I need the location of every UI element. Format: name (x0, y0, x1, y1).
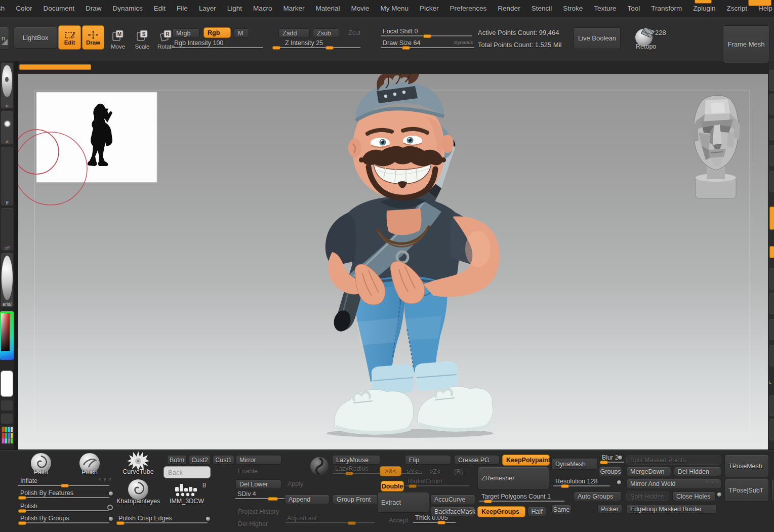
dynamesh-button[interactable]: DynaMesh (551, 458, 598, 470)
imm-brush-button[interactable] (175, 482, 200, 500)
radialcount-slider[interactable]: RadialCount (405, 478, 469, 488)
right-tray-button[interactable] (769, 395, 774, 416)
rgb-button[interactable]: Rgb (203, 27, 231, 38)
menu-item-file[interactable]: File (171, 0, 193, 17)
right-tray-active-button-2[interactable] (769, 246, 774, 258)
menu-item-sh[interactable]: sh (0, 0, 10, 17)
menu-item-marker[interactable]: Marker (277, 0, 310, 17)
menu-item-dynamics[interactable]: Dynamics (107, 0, 148, 17)
del-hidden-button[interactable]: Del Hidden (674, 467, 721, 476)
backfacemask-button[interactable]: BackfaceMask (430, 507, 475, 516)
polish-by-features-slider[interactable]: Polish By Features (18, 489, 109, 500)
slider-handle[interactable] (18, 521, 26, 525)
append-button[interactable]: Append (284, 495, 330, 504)
cust1-button[interactable]: Cust1 (213, 455, 234, 465)
polish-mode-ring[interactable] (107, 505, 113, 510)
mrgb-button[interactable]: Mrgb (172, 28, 199, 38)
z-intensity-slider[interactable]: Z Intensity 25 (280, 39, 360, 50)
slider-handle[interactable] (600, 461, 608, 464)
menu-item-macro[interactable]: Macro (248, 0, 278, 17)
brush-selector[interactable]: n (1, 62, 14, 109)
split-hidden-button[interactable]: Split Hidden (626, 492, 669, 501)
menu-item-texture[interactable]: Texture (588, 0, 622, 17)
stroke-selector[interactable]: d (1, 110, 14, 145)
apply-label[interactable]: Apply (288, 480, 303, 487)
menu-item-transform[interactable]: Transform (645, 0, 687, 17)
right-tray-button[interactable] (769, 268, 774, 290)
accept-button[interactable]: Accept (389, 517, 408, 524)
slider-handle[interactable] (409, 484, 417, 488)
current-color-swatch[interactable] (1, 371, 13, 397)
lazymouse-button[interactable]: LazyMouse (332, 455, 380, 465)
menu-item-my-menu[interactable]: My Menu (375, 0, 415, 17)
enable-label[interactable]: Enable (238, 468, 258, 475)
accucurve-button[interactable]: AccuCurve (430, 495, 475, 504)
alpha-selector[interactable]: ff (1, 146, 14, 206)
mirror-button[interactable]: Mirror (235, 455, 281, 465)
polish-crisp-edges-slider[interactable]: Polish Crisp Edges (116, 515, 208, 525)
botm-button[interactable]: Botm (167, 455, 187, 465)
extract-button[interactable]: Extract (377, 492, 429, 513)
move-button[interactable]: M Move (108, 29, 128, 50)
focal-shift-slider[interactable]: Focal Shift 0 (381, 28, 472, 38)
polish-crisp-edges-mode-dot[interactable] (206, 517, 210, 521)
material-selector[interactable]: erial (1, 253, 14, 307)
draw-button[interactable]: Draw (82, 25, 104, 50)
half-button[interactable]: Half (527, 507, 546, 516)
color-picker[interactable] (0, 311, 14, 360)
menu-item-material[interactable]: Material (310, 0, 345, 17)
blur-mode-dot[interactable] (618, 456, 622, 460)
slider-handle[interactable] (18, 509, 26, 513)
slider-handle[interactable] (268, 497, 278, 501)
left-tray-button-1[interactable] (1, 400, 13, 411)
zremesher-button[interactable]: ZRemesher (477, 467, 549, 489)
right-tray-button[interactable] (769, 419, 774, 440)
resolution-slider[interactable]: Resolution 128 (553, 478, 610, 488)
m-button[interactable]: M (234, 28, 249, 38)
z-symmetry-button[interactable]: >Z< (429, 468, 440, 475)
edit-button[interactable]: Edit (58, 25, 81, 50)
menu-item-stencil[interactable]: Stencil (526, 0, 558, 17)
menu-item-render[interactable]: Render (492, 0, 525, 17)
frame-mesh-button[interactable]: Frame Mesh (723, 25, 769, 63)
keepgroups-button[interactable]: KeepGroups (477, 506, 525, 517)
close-holes-mode-dot[interactable] (717, 493, 721, 497)
rgb-intensity-slider[interactable]: Rgb Intensity 100 (172, 39, 263, 50)
cut-button-fragment[interactable] (771, 479, 774, 502)
slider-handle[interactable] (18, 496, 26, 500)
slider-handle[interactable] (437, 521, 445, 524)
lightbox-button[interactable]: LightBox (14, 27, 57, 49)
right-tray-button[interactable] (769, 293, 774, 314)
adjustlast-slider[interactable]: AdjustLast (285, 515, 375, 525)
cust2-button[interactable]: Cust2 (189, 455, 211, 465)
target-polygons-slider[interactable]: Target Polygons Count 1 (479, 493, 564, 503)
menu-item-light[interactable]: Light (222, 0, 248, 17)
zadd-button[interactable]: Zadd (278, 28, 310, 38)
menu-item-tool[interactable]: Tool (622, 0, 645, 17)
del-higher-label[interactable]: Del Higher (238, 520, 268, 527)
slider-handle[interactable] (61, 484, 69, 487)
tposemesh-button[interactable]: TPoseMesh (724, 455, 769, 477)
slider-handle[interactable] (345, 472, 353, 475)
groups-button[interactable]: Groups (599, 467, 622, 476)
inflate-slider[interactable]: Inflate (18, 477, 109, 487)
slider-handle[interactable] (325, 46, 334, 50)
back-field[interactable]: Back (164, 466, 211, 478)
right-tray-button[interactable] (769, 171, 774, 192)
del-lower-button[interactable]: Del Lower (235, 479, 281, 489)
right-tray-button[interactable] (769, 319, 774, 340)
right-tray-active-button[interactable] (769, 207, 774, 230)
project-history-label[interactable]: Project History (238, 508, 279, 515)
menu-item-preferences[interactable]: Preferences (444, 0, 493, 17)
slider-handle[interactable] (561, 484, 569, 488)
menu-item-movie[interactable]: Movie (345, 0, 375, 17)
scale-button[interactable]: S Scale (132, 29, 152, 50)
right-tray-button[interactable] (769, 345, 774, 366)
x-symmetry-button[interactable]: >X< (380, 466, 401, 476)
retopo-button[interactable]: 228 Retopo (632, 25, 668, 51)
crease-pg-button[interactable]: Crease PG (454, 455, 500, 465)
y-symmetry-button[interactable]: >Y< (406, 468, 418, 475)
mirror-and-weld-button[interactable]: Mirror And Weld x y z (626, 479, 721, 489)
auto-groups-button[interactable]: Auto Groups (574, 492, 622, 501)
picker-button[interactable]: Picker (597, 504, 622, 514)
